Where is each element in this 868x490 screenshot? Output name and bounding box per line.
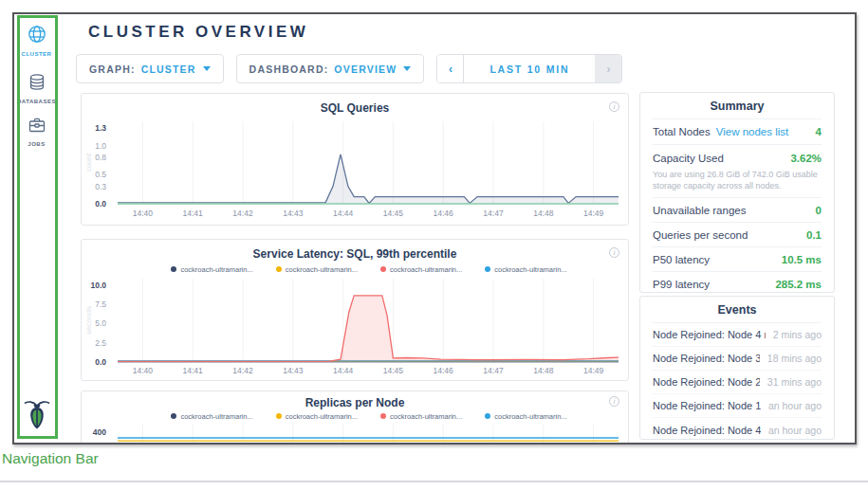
event-text: Node Rejoined: Node 2 rej... <box>653 376 760 388</box>
event-row: Node Rejoined: Node 3 rej... 18 mins ago <box>653 347 822 371</box>
event-time: 2 mins ago <box>773 329 822 340</box>
svg-text:14:43: 14:43 <box>283 366 304 375</box>
annotation-text: Navigation Bar <box>2 450 99 467</box>
legend-item[interactable]: cockroach-ultramarin... <box>485 412 566 421</box>
legend-item[interactable]: cockroach-ultramarin... <box>380 412 462 421</box>
event-time: an hour ago <box>768 425 822 436</box>
svg-text:14:47: 14:47 <box>483 366 504 375</box>
unavailable-ranges-label: Unavailable ranges <box>653 205 746 216</box>
unavailable-ranges-value: 0 <box>816 205 822 216</box>
briefcase-icon <box>27 122 47 138</box>
legend-dot-icon <box>380 413 386 419</box>
svg-text:14:45: 14:45 <box>383 366 404 375</box>
svg-text:1.3: 1.3 <box>95 123 106 133</box>
svg-text:14:46: 14:46 <box>434 366 454 375</box>
summary-row: P50 latency 10.5 ms <box>653 247 822 272</box>
info-icon[interactable]: i <box>609 247 619 258</box>
event-time: an hour ago <box>768 400 822 411</box>
legend-item[interactable]: cockroach-ultramarin... <box>171 412 252 421</box>
toolbar: GRAPH: CLUSTER DASHBOARD: OVERVIEW ‹ LAS… <box>76 54 622 83</box>
svg-text:14:41: 14:41 <box>183 209 204 218</box>
total-nodes-value: 4 <box>816 126 822 137</box>
sql-queries-plot: 14:4014:4114:4214:4314:4414:4514:4614:47… <box>82 117 628 221</box>
time-next-button[interactable]: › <box>595 55 621 82</box>
summary-title: Summary <box>653 93 822 119</box>
legend-item[interactable]: cockroach-ultramarin... <box>276 265 358 274</box>
svg-text:14:43: 14:43 <box>283 209 304 218</box>
chart-title: Service Latency: SQL, 99th percentile <box>82 240 628 261</box>
page-title: CLUSTER OVERVIEW <box>88 23 308 42</box>
legend-item[interactable]: cockroach-ultramarin... <box>380 265 462 274</box>
svg-text:1.0: 1.0 <box>95 141 106 151</box>
sidebar-item-jobs[interactable]: JOBS <box>14 115 59 147</box>
sidebar-label-cluster: CLUSTER <box>14 51 59 57</box>
svg-text:2.5: 2.5 <box>95 338 106 348</box>
legend-dot-icon <box>276 266 282 272</box>
sidebar-item-databases[interactable]: DATABASES <box>14 72 59 104</box>
capacity-used-value: 3.62% <box>790 153 822 164</box>
time-prev-button[interactable]: ‹ <box>437 55 464 82</box>
total-nodes-label: Total Nodes <box>653 126 711 137</box>
summary-panel: Summary Total Nodes View nodes list 4 Ca… <box>639 92 835 293</box>
globe-icon <box>26 32 48 48</box>
legend-dot-icon <box>171 266 176 272</box>
chart-title: Replicas per Node <box>82 391 628 409</box>
service-latency-chart-card: Service Latency: SQL, 99th percentile i … <box>81 239 629 381</box>
dashboard-dropdown[interactable]: DASHBOARD: OVERVIEW <box>236 54 425 83</box>
sidebar-item-cluster[interactable]: CLUSTER <box>14 23 59 57</box>
legend-label: cockroach-ultramarin... <box>494 265 566 274</box>
summary-row-total-nodes: Total Nodes View nodes list 4 <box>653 119 822 145</box>
event-row: Node Rejoined: Node 1 rej... an hour ago <box>653 394 822 418</box>
chart-legend: cockroach-ultramarin...cockroach-ultrama… <box>82 263 628 276</box>
info-icon[interactable]: i <box>609 101 619 112</box>
events-panel: Events Node Rejoined: Node 4 rej... 2 mi… <box>639 296 835 440</box>
bottom-divider <box>0 481 868 482</box>
legend-dot-icon <box>485 266 490 272</box>
svg-text:14:44: 14:44 <box>333 209 354 218</box>
svg-text:14:49: 14:49 <box>583 209 604 218</box>
svg-text:14:48: 14:48 <box>533 366 554 375</box>
svg-text:14:41: 14:41 <box>183 366 204 375</box>
svg-text:14:49: 14:49 <box>583 366 604 375</box>
legend-label: cockroach-ultramarin... <box>180 265 252 274</box>
legend-label: cockroach-ultramarin... <box>286 265 358 274</box>
time-range-value[interactable]: LAST 10 MIN <box>464 55 595 82</box>
p50-latency-label: P50 latency <box>653 254 710 265</box>
event-text: Node Rejoined: Node 1 rej... <box>653 400 761 411</box>
sidebar-label-databases: DATABASES <box>14 99 59 104</box>
legend-label: cockroach-ultramarin... <box>494 412 566 421</box>
event-row: Node Rejoined: Node 2 rej... 31 mins ago <box>653 371 822 394</box>
p99-latency-value: 285.2 ms <box>775 279 822 290</box>
svg-text:seconds: seconds <box>84 306 93 335</box>
chevron-down-icon <box>403 66 411 71</box>
cockroachdb-logo[interactable] <box>14 398 59 436</box>
summary-row: P99 latency 285.2 ms <box>653 272 822 297</box>
sql-queries-chart-card: SQL Queries i 14:4014:4114:4214:4314:441… <box>81 93 629 226</box>
legend-item[interactable]: cockroach-ultramarin... <box>171 265 252 274</box>
legend-dot-icon <box>485 413 490 419</box>
svg-text:0.8: 0.8 <box>95 153 106 162</box>
admin-ui-window: CLUSTER DATABASES <box>12 12 857 445</box>
chart-title: SQL Queries <box>82 94 628 115</box>
view-nodes-list-link[interactable]: View nodes list <box>716 126 789 137</box>
chart-legend: cockroach-ultramarin...cockroach-ultrama… <box>82 409 628 423</box>
dashboard-dropdown-value: OVERVIEW <box>334 64 397 75</box>
database-icon <box>27 80 47 96</box>
summary-row-capacity: Capacity Used 3.62% You are using 26.8 G… <box>653 145 822 198</box>
chevron-down-icon <box>203 66 211 71</box>
info-icon[interactable]: i <box>609 396 619 407</box>
legend-dot-icon <box>276 413 282 419</box>
svg-text:400: 400 <box>93 427 106 437</box>
legend-item[interactable]: cockroach-ultramarin... <box>485 265 566 274</box>
event-row: Node Rejoined: Node 4 rej... 2 mins ago <box>653 323 822 347</box>
legend-item[interactable]: cockroach-ultramarin... <box>276 412 358 421</box>
summary-row: Unavailable ranges 0 <box>653 198 822 223</box>
graph-dropdown[interactable]: GRAPH: CLUSTER <box>76 54 224 83</box>
dashboard-dropdown-label: DASHBOARD: <box>249 64 329 75</box>
legend-label: cockroach-ultramarin... <box>180 412 252 421</box>
svg-text:10.0: 10.0 <box>90 281 106 290</box>
svg-text:14:42: 14:42 <box>232 366 253 375</box>
event-row: Node Rejoined: Node 4 rej... an hour ago <box>653 418 822 442</box>
time-range-selector: ‹ LAST 10 MIN › <box>436 54 622 83</box>
svg-text:14:45: 14:45 <box>383 209 404 218</box>
